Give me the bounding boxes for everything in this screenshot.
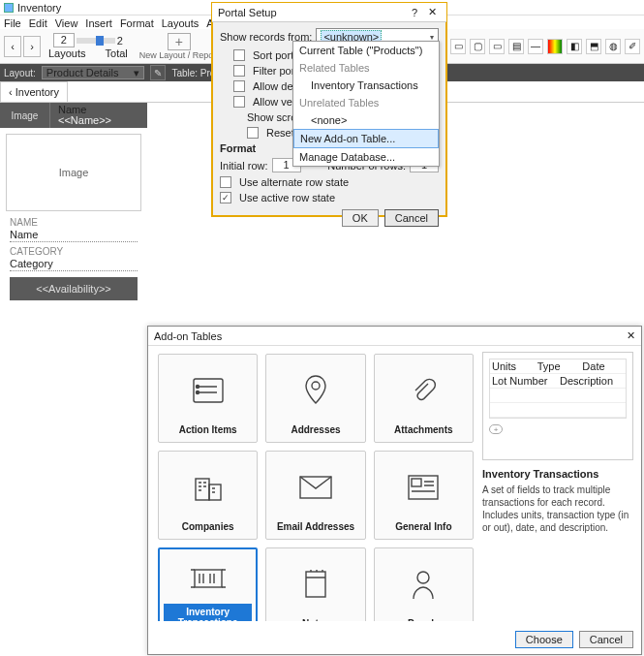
image-placeholder[interactable]: Image	[6, 134, 141, 211]
checkbox[interactable]	[247, 127, 259, 139]
tile-icon	[192, 455, 225, 518]
tool-icon[interactable]: ▭	[489, 39, 505, 54]
app-title: Inventory	[17, 2, 61, 14]
checkbox[interactable]	[233, 65, 245, 77]
close-icon[interactable]: ✕	[627, 329, 635, 342]
name-field[interactable]: Name	[10, 228, 138, 242]
tile-icon	[409, 359, 438, 422]
image-tab[interactable]: Image	[0, 103, 50, 128]
svg-point-11	[417, 572, 429, 583]
preview-title: Inventory Transactions	[482, 468, 633, 480]
record-slider[interactable]	[77, 38, 115, 44]
checkbox[interactable]	[220, 176, 231, 188]
tile-icon	[410, 552, 437, 615]
close-icon[interactable]: ✕	[423, 6, 441, 18]
tile-people[interactable]: People	[374, 547, 474, 621]
svg-rect-9	[195, 570, 222, 587]
dialog-title: Portal Setup	[218, 7, 406, 18]
svg-point-3	[312, 382, 320, 390]
addon-tables-dialog: Add-on Tables ✕ Action ItemsAddressesAtt…	[147, 326, 642, 655]
tile-attachments[interactable]: Attachments	[374, 354, 474, 443]
choose-button[interactable]: Choose	[515, 631, 573, 648]
cancel-button[interactable]: Cancel	[384, 209, 439, 227]
menu-view[interactable]: View	[55, 17, 78, 27]
new-layout-button[interactable]: +	[168, 33, 191, 50]
help-icon[interactable]: ?	[406, 7, 423, 18]
show-records-menu: Current Table ("Products") Related Table…	[292, 41, 440, 167]
category-field[interactable]: Category	[10, 257, 138, 271]
record-number-input[interactable]: 2	[53, 33, 75, 47]
initial-row-label: Initial row:	[220, 160, 268, 172]
tile-icon	[407, 455, 440, 518]
preview-pane: UnitsTypeDate Lot NumberDescription + In…	[482, 352, 633, 534]
tile-icon	[189, 553, 228, 604]
tile-icon	[298, 455, 333, 518]
checkbox[interactable]	[233, 80, 245, 92]
tile-inventory-transactions[interactable]: Inventory Transactions	[158, 547, 258, 621]
tile-icon	[192, 359, 225, 422]
pencil-icon[interactable]: ✎	[150, 65, 166, 80]
menu-item[interactable]: <none>	[293, 111, 439, 129]
tool-icon[interactable]: ▢	[470, 39, 485, 54]
tile-email-addresses[interactable]: Email Addresses	[265, 451, 365, 540]
menu-item-new-addon[interactable]: New Add-on Table...	[293, 129, 439, 148]
layout-dropdown[interactable]: Product Details▾	[42, 66, 145, 79]
menu-item[interactable]: Manage Database...	[293, 148, 439, 166]
tile-notes[interactable]: Notes	[265, 547, 365, 621]
record-count: 2	[117, 35, 123, 47]
svg-rect-4	[196, 479, 209, 500]
addon-grid: Action ItemsAddressesAttachmentsCompanie…	[154, 350, 477, 621]
cancel-button[interactable]: Cancel	[579, 631, 633, 648]
svg-point-2	[196, 390, 199, 393]
menu-edit[interactable]: Edit	[29, 17, 47, 27]
svg-rect-10	[306, 572, 325, 597]
tool-icon[interactable]: —	[528, 39, 543, 54]
menu-layouts[interactable]: Layouts	[162, 17, 199, 27]
tool-icon[interactable]: ▤	[508, 39, 524, 54]
app-icon	[4, 3, 14, 13]
menu-group: Related Tables	[293, 59, 439, 77]
tile-action-items[interactable]: Action Items	[158, 354, 258, 443]
back-button[interactable]: ‹ Inventory	[0, 81, 68, 103]
menu-format[interactable]: Format	[120, 17, 154, 27]
menu-item[interactable]: Current Table ("Products")	[293, 42, 439, 59]
svg-rect-8	[412, 479, 421, 486]
availability-field: <<Availability>>	[10, 277, 138, 300]
tool-icon[interactable]: ◍	[605, 39, 621, 54]
tile-general-info[interactable]: General Info	[374, 451, 474, 540]
next-record-button[interactable]: ›	[23, 36, 41, 57]
tool-icon[interactable]: ▭	[450, 39, 466, 54]
card-header: Image Name<<Name>>	[0, 103, 147, 128]
tool-icon[interactable]: ◧	[567, 39, 582, 54]
prev-record-button[interactable]: ‹	[4, 36, 21, 57]
checkbox[interactable]	[233, 49, 245, 61]
titlebar: Portal Setup ? ✕	[212, 3, 446, 22]
preview-description: A set of fields to track multiple transa…	[482, 484, 633, 534]
svg-point-1	[196, 385, 199, 388]
checkbox[interactable]	[220, 192, 231, 203]
tool-icon[interactable]: ⬒	[586, 39, 601, 54]
menu-insert[interactable]: Insert	[85, 17, 112, 27]
menu-item[interactable]: Inventory Transactions	[293, 77, 439, 94]
checkbox[interactable]	[233, 96, 245, 108]
chart-tool-icon[interactable]	[547, 39, 563, 54]
menu-file[interactable]: File	[4, 17, 21, 27]
tile-companies[interactable]: Companies	[158, 451, 258, 540]
tile-addresses[interactable]: Addresses	[265, 354, 365, 443]
format-painter-icon[interactable]: ✐	[625, 39, 640, 54]
tile-icon	[301, 359, 330, 422]
ok-button[interactable]: OK	[342, 209, 379, 227]
dialog-title: Add-on Tables	[154, 330, 222, 342]
menu-group: Unrelated Tables	[293, 94, 439, 111]
add-row-icon[interactable]: +	[489, 424, 503, 434]
tile-icon	[302, 552, 329, 615]
